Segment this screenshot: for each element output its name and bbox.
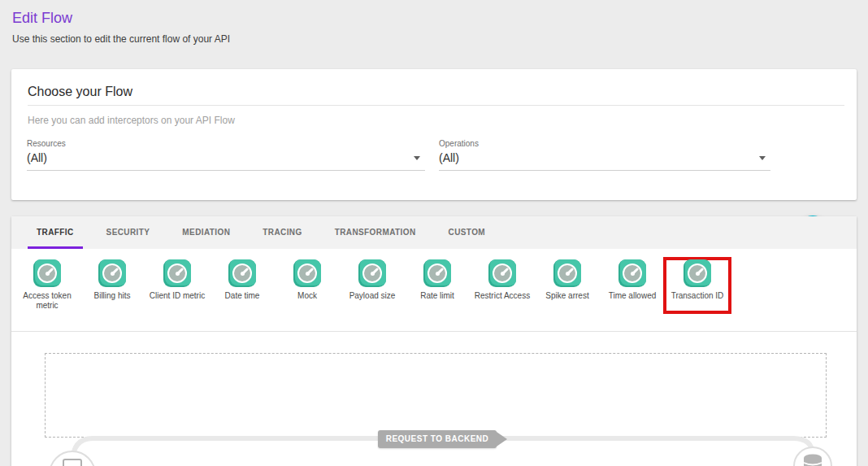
policy-label: Access token metric [15,291,80,311]
policy-item-client-id-metric[interactable]: Client ID metric [145,259,210,301]
tab-transformation[interactable]: TRANSFORMATION [319,216,432,249]
operations-field: Operations (All) [439,139,770,171]
policy-label: Time allowed [609,291,657,301]
tab-traffic[interactable]: TRAFFIC [20,216,90,249]
resources-value: (All) [27,151,47,164]
policy-item-mock[interactable]: Mock [275,259,340,301]
page-subtitle: Use this section to edit the current flo… [12,33,230,45]
tab-mediation[interactable]: MEDIATION [166,216,246,249]
policy-item-time-allowed[interactable]: Time allowed [600,259,665,301]
policy-label: Billing hits [93,291,130,301]
policy-label: Transaction ID [671,291,724,301]
card-subtitle: Here you can add interceptors on your AP… [28,115,235,126]
chevron-down-icon [414,156,420,160]
policy-label: Restrict Access [475,291,530,301]
policy-label: Spike arrest [545,291,588,301]
policy-item-transaction-id[interactable]: Transaction ID [665,259,730,301]
gauge-icon [163,259,191,287]
chevron-down-icon [759,156,766,160]
gauge-icon [358,259,386,287]
gauge-icon [553,259,581,287]
policy-label: Payload size [349,291,396,301]
gauge-icon [618,259,646,287]
resources-field: Resources (All) [27,139,425,171]
policy-item-date-time[interactable]: Date time [210,259,275,301]
operations-value: (All) [439,151,459,164]
resources-select[interactable]: (All) [27,151,425,171]
request-to-backend-badge: REQUEST TO BACKEND [378,430,497,448]
category-tabs: TRAFFIC SECURITY MEDIATION TRACING TRANS… [11,216,857,249]
card-title: Choose your Flow [28,85,132,99]
policy-item-restrict-access[interactable]: Restrict Access [470,259,535,301]
gauge-icon [98,259,126,287]
gauge-icon [293,259,321,287]
policy-item-payload-size[interactable]: Payload size [340,259,405,301]
gauge-icon [33,259,61,287]
policy-label: Rate limit [420,291,454,301]
operations-select[interactable]: (All) [439,151,770,171]
policy-item-access-token-metric[interactable]: Access token metric [15,259,80,311]
choose-flow-card: Choose your Flow Here you can add interc… [11,69,857,200]
policy-item-spike-arrest[interactable]: Spike arrest [535,259,600,301]
resources-label: Resources [27,139,425,148]
tab-custom[interactable]: CUSTOM [432,216,502,249]
operations-label: Operations [439,139,770,148]
flow-canvas: REQUEST TO BACKEND [11,331,857,466]
tab-security[interactable]: SECURITY [90,216,167,249]
policy-label: Date time [225,291,260,301]
tab-tracing[interactable]: TRACING [246,216,318,249]
gauge-icon [684,259,711,287]
gauge-icon [488,259,516,287]
divider [28,105,844,106]
policy-item-billing-hits[interactable]: Billing hits [80,259,145,301]
backend-database-icon [804,455,822,466]
policy-item-rate-limit[interactable]: Rate limit [405,259,470,301]
policy-label: Client ID metric [150,291,205,301]
page-title: Edit Flow [12,10,72,27]
policy-palette: Access token metric Billing hits Client … [11,249,857,331]
gauge-icon [423,259,451,287]
policy-design-card: TRAFFIC SECURITY MEDIATION TRACING TRANS… [11,216,857,466]
policy-label: Mock [297,291,317,301]
gauge-icon [228,259,256,287]
